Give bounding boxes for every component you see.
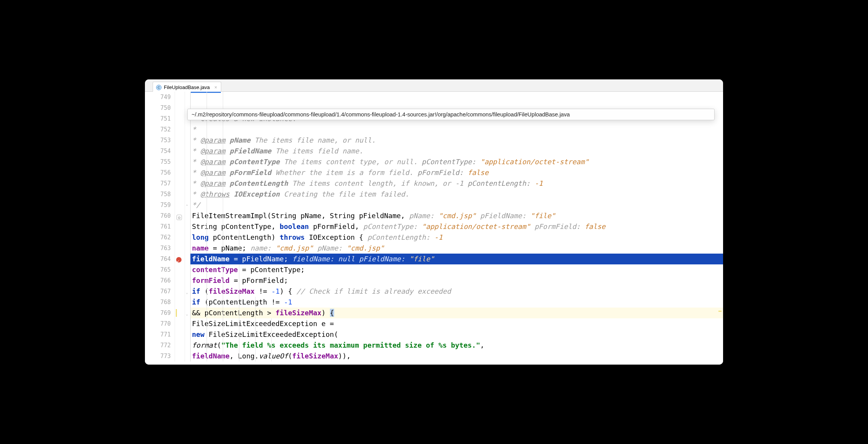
fold-gutter[interactable] xyxy=(185,124,190,135)
code-line[interactable]: 773 fieldName, Long.valueOf(fileSizeMax)… xyxy=(145,351,723,362)
gutter-annotation[interactable] xyxy=(175,135,185,146)
code-line[interactable]: 757 * @param pContentLength The items co… xyxy=(145,178,723,189)
fold-gutter[interactable] xyxy=(185,189,190,200)
fold-gutter[interactable] xyxy=(185,210,190,221)
gutter-annotation[interactable] xyxy=(175,178,185,189)
code-text[interactable]: format("The field %s exceeds its maximum… xyxy=(190,340,723,351)
line-number[interactable]: 752 xyxy=(145,124,175,135)
fold-gutter[interactable] xyxy=(185,340,190,351)
code-text[interactable]: * xyxy=(190,124,723,135)
code-text[interactable]: new FileSizeLimitExceededException( xyxy=(190,329,723,340)
fold-gutter[interactable] xyxy=(185,156,190,167)
line-number[interactable]: 750 xyxy=(145,103,175,113)
code-line[interactable]: 765 contentType = pContentType; xyxy=(145,264,723,275)
code-line[interactable]: 764 fieldName = pFieldName; fieldName: n… xyxy=(145,254,723,264)
gutter-annotation[interactable] xyxy=(175,243,185,254)
gutter-annotation[interactable] xyxy=(175,297,185,308)
code-text[interactable]: FileItemStreamImpl(String pName, String … xyxy=(190,210,723,221)
code-text[interactable]: long pContentLength) throws IOException … xyxy=(190,232,723,243)
line-number[interactable]: 758 xyxy=(145,189,175,200)
line-number[interactable]: 771 xyxy=(145,329,175,340)
code-text[interactable]: contentType = pContentType; xyxy=(190,264,723,275)
fold-gutter[interactable] xyxy=(185,178,190,189)
line-number[interactable]: 763 xyxy=(145,243,175,254)
code-text[interactable]: formField = pFormField; xyxy=(190,275,723,286)
gutter-annotation[interactable] xyxy=(175,308,185,318)
code-text[interactable]: * @param pContentLength The items conten… xyxy=(190,178,723,189)
code-line[interactable]: 755 * @param pContentType The items cont… xyxy=(145,156,723,167)
code-text[interactable] xyxy=(190,92,723,103)
line-number[interactable]: 761 xyxy=(145,221,175,232)
close-icon[interactable]: × xyxy=(214,85,217,90)
fold-gutter[interactable] xyxy=(185,275,190,286)
gutter-annotation[interactable] xyxy=(175,189,185,200)
code-text[interactable]: if (pContentLength != -1 xyxy=(190,297,723,308)
code-line[interactable]: 758 * @throws IOException Creating the f… xyxy=(145,189,723,200)
line-number[interactable]: 772 xyxy=(145,340,175,351)
breakpoint-icon[interactable] xyxy=(176,257,182,262)
fold-gutter[interactable] xyxy=(185,232,190,243)
code-text[interactable]: * @param pName The items file name, or n… xyxy=(190,135,723,146)
line-number[interactable]: 767 xyxy=(145,286,175,297)
gutter-annotation[interactable] xyxy=(175,264,185,275)
gutter-annotation[interactable] xyxy=(175,275,185,286)
fold-gutter[interactable]: ⌃ xyxy=(185,200,190,210)
code-line[interactable]: 753 * @param pName The items file name, … xyxy=(145,135,723,146)
file-tab[interactable]: C FileUploadBase.java × xyxy=(153,82,221,92)
code-line[interactable]: 756 * @param pFormField Whether the item… xyxy=(145,167,723,178)
fold-gutter[interactable] xyxy=(185,254,190,264)
scroll-thumb[interactable] xyxy=(718,257,722,263)
line-number[interactable]: 751 xyxy=(145,113,175,124)
code-text[interactable]: FileSizeLimitExceededException e = xyxy=(190,318,723,329)
editor-body[interactable]: 749 750 751 * Creates a new instance.752… xyxy=(145,92,723,365)
code-text[interactable]: && pContentLength > fileSizeMax) { xyxy=(190,308,723,318)
line-number[interactable]: 754 xyxy=(145,146,175,156)
line-number[interactable]: 753 xyxy=(145,135,175,146)
code-text[interactable]: */ xyxy=(190,200,723,210)
code-text[interactable]: if (fileSizeMax != -1) { // Check if lim… xyxy=(190,286,723,297)
gutter-annotation[interactable] xyxy=(175,232,185,243)
code-line[interactable]: 769⌄ && pContentLength > fileSizeMax) { xyxy=(145,308,723,318)
code-line[interactable]: 754 * @param pFieldName The items field … xyxy=(145,146,723,156)
code-line[interactable]: 749 xyxy=(145,92,723,103)
gutter-annotation[interactable] xyxy=(175,113,185,124)
line-number[interactable]: 766 xyxy=(145,275,175,286)
gutter-annotation[interactable] xyxy=(175,329,185,340)
code-line[interactable]: 767⌄ if (fileSizeMax != -1) { // Check i… xyxy=(145,286,723,297)
line-number[interactable]: 768 xyxy=(145,297,175,308)
code-text[interactable]: fieldName, Long.valueOf(fileSizeMax)), xyxy=(190,351,723,362)
override-icon[interactable]: o xyxy=(177,215,182,220)
code-line[interactable]: 759⌃ */ xyxy=(145,200,723,210)
code-line[interactable]: 760o FileItemStreamImpl(String pName, St… xyxy=(145,210,723,221)
fold-gutter[interactable] xyxy=(185,135,190,146)
fold-gutter[interactable] xyxy=(185,318,190,329)
fold-gutter[interactable]: ⌄ xyxy=(185,286,190,297)
fold-gutter[interactable]: ⌄ xyxy=(185,308,190,318)
gutter-annotation[interactable] xyxy=(175,351,185,362)
code-text[interactable]: * @param pFieldName The items field name… xyxy=(190,146,723,156)
fold-gutter[interactable] xyxy=(185,264,190,275)
code-text[interactable]: * @param pContentType The items content … xyxy=(190,156,723,167)
gutter-annotation[interactable] xyxy=(175,167,185,178)
line-number[interactable]: 764 xyxy=(145,254,175,264)
fold-gutter[interactable] xyxy=(185,351,190,362)
gutter-annotation[interactable] xyxy=(175,92,185,103)
line-number[interactable]: 773 xyxy=(145,351,175,362)
gutter-annotation[interactable] xyxy=(175,200,185,210)
gutter-annotation[interactable] xyxy=(175,286,185,297)
fold-gutter[interactable] xyxy=(185,329,190,340)
code-line[interactable]: 752 * xyxy=(145,124,723,135)
code-text[interactable]: fieldName = pFieldName; fieldName: null … xyxy=(190,254,723,264)
line-number[interactable]: 762 xyxy=(145,232,175,243)
fold-icon[interactable]: ⌄ xyxy=(186,290,188,294)
fold-gutter[interactable] xyxy=(185,146,190,156)
gutter-annotation[interactable] xyxy=(175,221,185,232)
fold-icon[interactable]: ⌃ xyxy=(186,204,188,208)
code-text[interactable]: name = pName; name: "cmd.jsp" pName: "cm… xyxy=(190,243,723,254)
fold-gutter[interactable] xyxy=(185,243,190,254)
gutter-annotation[interactable] xyxy=(175,318,185,329)
code-text[interactable]: String pContentType, boolean pFormField,… xyxy=(190,221,723,232)
line-number[interactable]: 759 xyxy=(145,200,175,210)
code-line[interactable]: 768 if (pContentLength != -1 xyxy=(145,297,723,308)
line-number[interactable]: 769 xyxy=(145,308,175,318)
